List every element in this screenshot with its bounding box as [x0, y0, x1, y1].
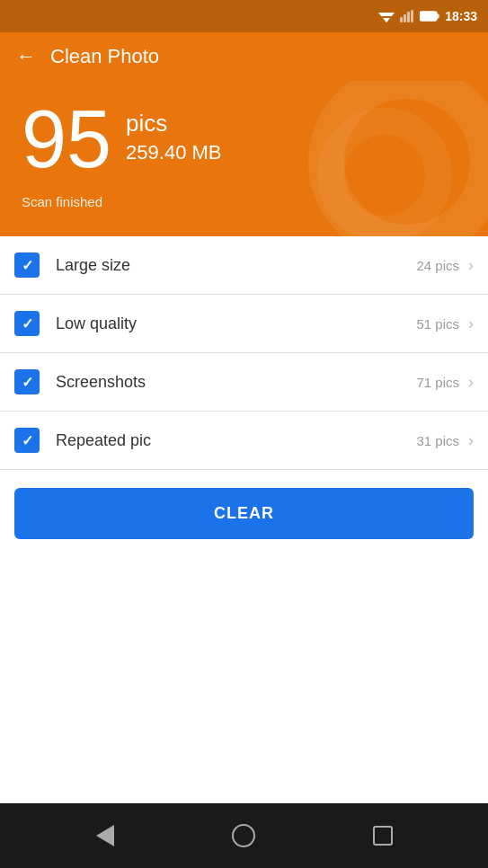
count-screenshots: 71 pics [416, 375, 459, 390]
signal-icon [400, 10, 414, 22]
status-icons: 18:33 [378, 9, 477, 23]
count-repeated-pic: 31 pics [416, 433, 459, 448]
size-label: 259.40 MB [126, 141, 221, 164]
list-item-repeated-pic[interactable]: ✓ Repeated pic 31 pics › [0, 412, 488, 470]
svg-rect-4 [404, 14, 406, 22]
list-item-low-quality[interactable]: ✓ Low quality 51 pics › [0, 295, 488, 353]
checkbox-low-quality[interactable]: ✓ [14, 311, 40, 336]
content-spacer [0, 557, 488, 803]
nav-recents-button[interactable] [365, 818, 401, 854]
clear-button[interactable]: CLEAR [14, 488, 474, 539]
label-low-quality: Low quality [56, 314, 416, 333]
list-item-screenshots[interactable]: ✓ Screenshots 71 pics › [0, 353, 488, 412]
status-bar: 18:33 [0, 0, 488, 32]
clear-button-wrapper: CLEAR [0, 470, 488, 557]
checkmark-icon: ✓ [22, 432, 33, 449]
chevron-right-icon: › [468, 431, 474, 450]
page-title: Clean Photo [50, 45, 159, 68]
home-circle-icon [232, 824, 255, 847]
chevron-right-icon: › [468, 256, 474, 275]
wifi-icon [378, 10, 395, 22]
checkbox-screenshots[interactable]: ✓ [14, 369, 40, 394]
nav-back-button[interactable] [87, 818, 123, 854]
svg-rect-3 [400, 17, 403, 22]
svg-marker-2 [383, 18, 390, 22]
checkbox-repeated-pic[interactable]: ✓ [14, 428, 40, 453]
time-display: 18:33 [445, 9, 477, 23]
navigation-bar [0, 803, 488, 868]
checkmark-icon: ✓ [22, 374, 33, 391]
label-screenshots: Screenshots [56, 373, 416, 392]
photo-count: 95 [22, 99, 111, 180]
stats-labels: pics 259.40 MB [126, 99, 221, 164]
chevron-right-icon: › [468, 373, 474, 392]
battery-icon [420, 11, 439, 22]
checkmark-icon: ✓ [22, 315, 33, 332]
category-list: ✓ Large size 24 pics › ✓ Low quality 51 … [0, 236, 488, 803]
hero-watermark2 [317, 108, 452, 236]
count-large-size: 24 pics [416, 258, 459, 273]
checkbox-large-size[interactable]: ✓ [14, 252, 40, 278]
label-large-size: Large size [56, 256, 416, 275]
checkmark-icon: ✓ [22, 257, 33, 274]
app-header: ← Clean Photo [0, 32, 488, 81]
svg-rect-7 [420, 12, 437, 21]
svg-rect-6 [411, 10, 413, 22]
chevron-right-icon: › [468, 314, 474, 333]
list-item-large-size[interactable]: ✓ Large size 24 pics › [0, 236, 488, 295]
count-low-quality: 51 pics [416, 316, 459, 332]
back-button[interactable]: ← [16, 45, 36, 68]
nav-home-button[interactable] [226, 818, 262, 854]
back-triangle-icon [96, 825, 114, 846]
label-repeated-pic: Repeated pic [56, 431, 416, 450]
svg-rect-5 [407, 12, 410, 22]
recents-square-icon [373, 826, 393, 846]
pics-label: pics [126, 110, 221, 137]
svg-rect-8 [438, 14, 439, 19]
hero-section: 95 pics 259.40 MB Scan finished [0, 81, 488, 236]
